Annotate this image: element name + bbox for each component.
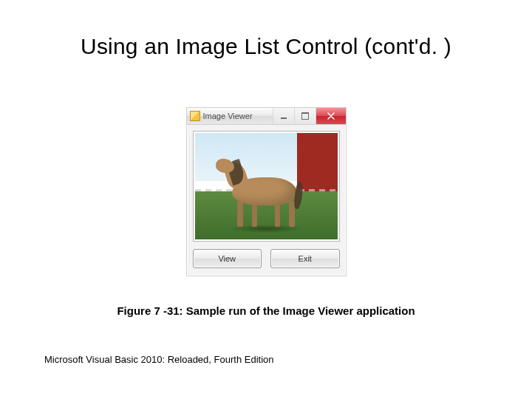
titlebar: Image Viewer [187,108,346,125]
close-button[interactable] [316,108,346,124]
figure: Image Viewer [0,107,532,276]
minimize-button[interactable] [273,108,294,124]
picture-box [193,131,340,242]
slide-title: Using an Image List Control (cont'd. ) [0,34,532,59]
figure-caption: Figure 7 -31: Sample run of the Image Vi… [0,304,532,317]
close-icon [327,112,335,120]
app-icon [190,111,200,121]
footer-text: Microsoft Visual Basic 2010: Reloaded, F… [44,354,273,365]
exit-button[interactable]: Exit [270,249,340,268]
app-title: Image Viewer [203,112,270,120]
window-buttons [273,108,346,124]
image-viewer-dialog: Image Viewer [186,107,347,276]
slide: Using an Image List Control (cont'd. ) I… [0,0,532,399]
view-button-label: View [218,254,236,263]
horse-image [195,133,338,239]
maximize-button[interactable] [294,108,316,124]
view-button[interactable]: View [193,249,262,268]
exit-button-label: Exit [299,254,312,263]
client-area: View Exit [187,125,346,276]
button-row: View Exit [193,249,340,268]
